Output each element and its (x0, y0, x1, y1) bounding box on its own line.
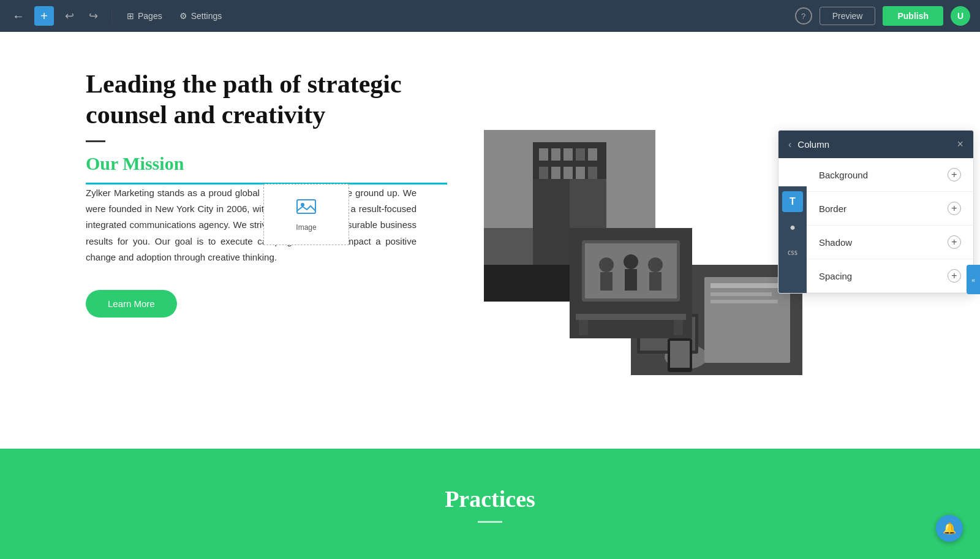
svg-rect-9 (588, 148, 597, 161)
section-title: Our Mission (86, 153, 417, 174)
settings-label: Settings (191, 11, 222, 21)
page-content: Leading the path of strategic counsel an… (0, 32, 466, 342)
text-tool-icon: T (790, 196, 796, 207)
border-row[interactable]: Border + (807, 192, 973, 226)
svg-rect-0 (297, 200, 315, 213)
svg-rect-37 (576, 314, 686, 320)
image-placeholder[interactable]: Image (263, 184, 349, 245)
svg-rect-7 (564, 148, 573, 161)
css-tool-icon: CSS (788, 250, 797, 256)
practices-title: Practices (12, 485, 968, 512)
canvas-area: Leading the path of strategic counsel an… (0, 32, 980, 449)
svg-rect-8 (576, 148, 585, 161)
svg-rect-39 (674, 320, 683, 335)
svg-rect-34 (625, 269, 637, 291)
shadow-row[interactable]: Shadow + (807, 226, 973, 259)
bell-icon: 🔔 (943, 522, 956, 535)
nav-undo-button[interactable]: ↩ (61, 7, 78, 25)
navbar: ← + ↩ ↪ ⊞ Pages ⚙ Settings ? Preview Pub… (0, 0, 980, 32)
column-panel: ‹ Column × T ● CSS Background (778, 130, 974, 294)
svg-rect-10 (539, 167, 548, 179)
shadow-add-button[interactable]: + (948, 235, 961, 249)
sidebar-tool-style[interactable]: ● (782, 217, 803, 238)
sidebar-tool-text[interactable]: T (782, 191, 803, 212)
panel-back-button[interactable]: ‹ (788, 139, 791, 150)
svg-rect-27 (670, 341, 690, 368)
shadow-label: Shadow (819, 237, 852, 248)
heading-underline (86, 140, 105, 142)
svg-rect-12 (564, 167, 573, 179)
background-label: Background (819, 170, 868, 180)
pages-icon: ⊞ (127, 11, 134, 21)
section-body: Zylker Marketing stands as a proud globa… (86, 185, 417, 265)
border-label: Border (819, 203, 846, 214)
svg-rect-11 (551, 167, 560, 179)
style-tool-icon: ● (790, 222, 796, 233)
svg-rect-21 (710, 292, 772, 296)
nav-settings-button[interactable]: ⚙ Settings (175, 9, 227, 23)
sidebar-tool-css[interactable]: CSS (782, 243, 803, 264)
svg-rect-38 (579, 320, 588, 335)
green-section: Practices (0, 449, 980, 559)
background-add-button[interactable]: + (948, 168, 961, 181)
svg-rect-14 (588, 167, 597, 179)
panel-header: ‹ Column × (778, 131, 973, 158)
spacing-row[interactable]: Spacing + (807, 259, 973, 293)
nav-publish-button[interactable]: Publish (883, 6, 943, 26)
panel-title: Column (797, 139, 951, 150)
svg-rect-5 (539, 148, 548, 161)
svg-point-35 (648, 257, 663, 272)
background-row[interactable]: Background + (807, 158, 973, 192)
nav-back-button[interactable]: ← (10, 7, 27, 25)
notification-bell[interactable]: 🔔 (936, 515, 963, 542)
border-add-button[interactable]: + (948, 202, 961, 215)
svg-rect-6 (551, 148, 560, 161)
svg-point-33 (624, 254, 638, 269)
right-collage (484, 130, 802, 375)
panel-content: Background + Border + Shadow + Spacing + (807, 158, 973, 293)
svg-rect-22 (710, 300, 778, 303)
nav-divider (111, 9, 112, 23)
image-label: Image (296, 223, 316, 232)
svg-rect-13 (576, 167, 585, 179)
panel-close-button[interactable]: × (957, 138, 963, 151)
svg-rect-36 (649, 272, 662, 291)
svg-rect-20 (710, 283, 784, 288)
svg-rect-32 (600, 272, 612, 291)
page-heading: Leading the path of strategic counsel an… (86, 69, 417, 131)
nav-redo-button[interactable]: ↪ (85, 7, 102, 25)
avatar: U (951, 6, 970, 26)
spacing-add-button[interactable]: + (948, 269, 961, 283)
settings-icon: ⚙ (179, 11, 187, 21)
nav-pages-button[interactable]: ⊞ Pages (122, 9, 167, 23)
nav-preview-button[interactable]: Preview (820, 7, 876, 25)
panel-body: T ● CSS Background + Border + (778, 158, 973, 293)
nav-add-button[interactable]: + (34, 6, 54, 26)
svg-rect-19 (704, 277, 790, 363)
pages-label: Pages (138, 11, 162, 21)
image-icon (296, 198, 316, 219)
spacing-label: Spacing (819, 271, 852, 281)
panel-sidebar: T ● CSS (778, 186, 807, 293)
learn-more-button[interactable]: Learn More (86, 290, 177, 318)
side-collapse-button[interactable]: « (967, 265, 980, 294)
svg-point-31 (599, 257, 614, 272)
nav-help-button[interactable]: ? (795, 7, 812, 25)
collage-overlap (570, 228, 692, 338)
practices-underline (478, 521, 502, 523)
